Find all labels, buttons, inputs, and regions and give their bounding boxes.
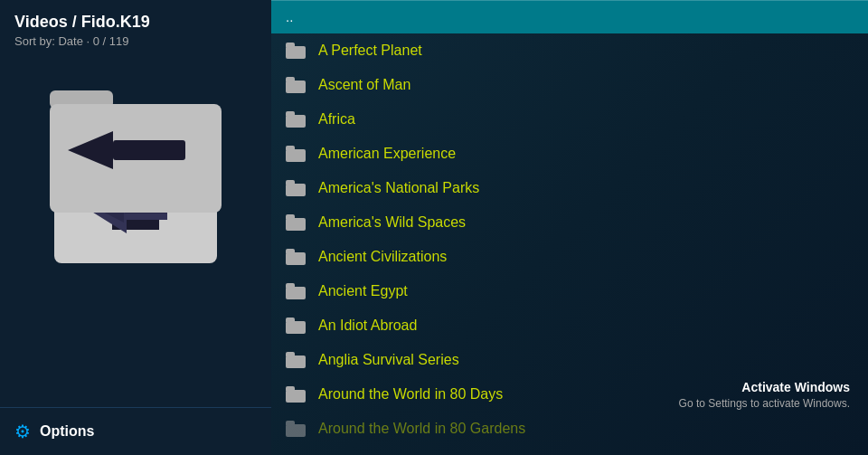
activation-notice: Activate Windows Go to Settings to activ… — [679, 380, 850, 410]
folder-small-icon — [286, 214, 306, 231]
folder-small-icon — [286, 180, 306, 196]
svg-rect-6 — [113, 140, 185, 160]
page-title: Videos / Fido.K19 — [14, 13, 257, 32]
folder-small-icon — [286, 249, 306, 265]
back-dots: .. — [286, 9, 293, 24]
item-label: Anglia Survival Series — [318, 352, 459, 368]
item-label: A Perfect Planet — [318, 43, 422, 59]
folder-svg-icon — [45, 72, 226, 217]
folder-small-icon — [286, 283, 306, 299]
list-item-back[interactable]: .. — [271, 0, 868, 33]
folder-small-icon — [286, 352, 306, 368]
list-item[interactable]: Ascent of Man — [271, 68, 868, 102]
item-label: Ascent of Man — [318, 77, 410, 93]
item-label: Around the World in 80 Gardens — [318, 421, 525, 437]
list-item[interactable]: Ancient Egypt — [271, 274, 868, 308]
sort-bar: Sort by: Date · 0 / 119 — [14, 34, 257, 48]
item-label: America's National Parks — [318, 180, 479, 196]
folder-small-icon — [286, 318, 306, 334]
activation-title: Activate Windows — [679, 380, 850, 394]
item-label: American Experience — [318, 146, 456, 162]
list-item[interactable]: Ancient Civilizations — [271, 240, 868, 274]
options-icon: ⚙ — [14, 421, 31, 442]
item-label: Africa — [318, 111, 355, 128]
list-item[interactable]: American Experience — [271, 137, 868, 171]
item-label: Ancient Egypt — [318, 283, 408, 299]
folder-small-icon — [286, 111, 306, 128]
folder-small-icon — [286, 43, 306, 59]
list-item[interactable]: Anglia Survival Series — [271, 343, 868, 377]
list-item[interactable]: America's National Parks — [271, 171, 868, 205]
item-label: Around the World in 80 Days — [318, 386, 503, 403]
folder-small-icon — [286, 77, 306, 93]
list-item[interactable]: A Perfect Planet — [271, 33, 868, 68]
activation-description: Go to Settings to activate Windows. — [679, 397, 850, 410]
list-item[interactable]: An Idiot Abroad — [271, 308, 868, 343]
item-count: 0 / 119 — [93, 34, 129, 48]
sort-label: Sort by: Date — [14, 34, 83, 48]
item-label: America's Wild Spaces — [318, 214, 466, 231]
folder-small-icon — [286, 421, 306, 437]
options-bar[interactable]: ⚙ Options — [0, 407, 271, 455]
folder-small-icon — [286, 386, 306, 403]
sidebar: Videos / Fido.K19 Sort by: Date · 0 / 11… — [0, 0, 271, 455]
separator: · — [87, 34, 93, 48]
list-item[interactable]: America's Wild Spaces — [271, 205, 868, 240]
item-label: Ancient Civilizations — [318, 249, 447, 265]
list-item[interactable]: Around the World in 80 Gardens — [271, 412, 868, 446]
list-item[interactable]: Africa — [271, 102, 868, 137]
options-label: Options — [40, 423, 94, 440]
item-label: An Idiot Abroad — [318, 318, 417, 334]
folder-small-icon — [286, 146, 306, 162]
content-area: 3:16 PM .. A Perfect Planet Ascent of Ma… — [271, 0, 868, 455]
header-info: Videos / Fido.K19 Sort by: Date · 0 / 11… — [0, 0, 271, 55]
